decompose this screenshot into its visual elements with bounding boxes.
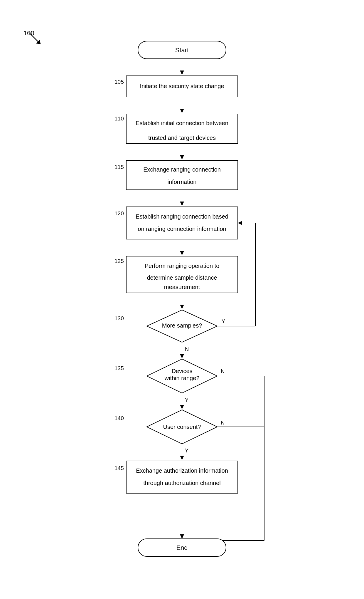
step125-number: 125 xyxy=(114,258,124,264)
svg-marker-37 xyxy=(180,534,184,539)
svg-rect-11 xyxy=(126,160,238,190)
step135-yes-label: Y xyxy=(185,397,188,403)
svg-marker-31 xyxy=(180,405,184,409)
diagram-container: 100 Start 105 Initiate the security stat… xyxy=(0,0,364,599)
step120-number: 120 xyxy=(114,210,124,217)
step120-label-2: on ranging connection information xyxy=(138,226,226,232)
step115-label-1: Exchange ranging connection xyxy=(143,166,221,173)
step130-number: 130 xyxy=(114,315,124,321)
step120-label-1: Establish ranging connection based xyxy=(136,213,228,220)
start-label: Start xyxy=(175,46,189,54)
svg-marker-7 xyxy=(180,109,184,113)
step135-no-label: N xyxy=(221,368,225,374)
step135-number: 135 xyxy=(114,365,124,371)
step105-number: 105 xyxy=(114,79,124,85)
step130-label: More samples? xyxy=(162,322,202,329)
svg-marker-10 xyxy=(180,155,184,160)
step140-label: User consent? xyxy=(163,424,201,430)
end-label: End xyxy=(176,544,188,551)
step105-label: Initiate the security state change xyxy=(140,83,224,89)
step125-label-2: determine sample distance xyxy=(147,274,217,281)
step115-label-2: information xyxy=(168,179,197,185)
step110-label-2: trusted and target devices xyxy=(148,135,216,141)
step140-number: 140 xyxy=(114,415,124,421)
step125-label-3: measurement xyxy=(164,284,200,290)
step115-number: 115 xyxy=(114,164,124,170)
svg-marker-16 xyxy=(180,251,184,255)
step135-label-1: Devices xyxy=(171,368,192,374)
step145-number: 145 xyxy=(114,465,124,471)
step140-yes-label: Y xyxy=(185,448,188,454)
step130-no-label: N xyxy=(185,346,189,352)
step145-label-2: through authorization channel xyxy=(143,480,221,486)
svg-marker-34 xyxy=(180,456,184,460)
svg-marker-23 xyxy=(238,221,242,225)
svg-rect-14 xyxy=(126,207,238,239)
svg-marker-13 xyxy=(180,202,184,206)
svg-marker-19 xyxy=(180,305,184,309)
step145-label-1: Exchange authorization information xyxy=(136,467,228,474)
flowchart-svg: Start 105 Initiate the security state ch… xyxy=(0,0,364,599)
step140-no-label: N xyxy=(221,420,225,426)
step110-number: 110 xyxy=(114,115,124,122)
step125-label-1: Perform ranging operation to xyxy=(145,263,220,269)
step110-label-1: Establish initial connection between xyxy=(136,120,228,126)
svg-marker-25 xyxy=(180,354,184,358)
step135-label-2: within range? xyxy=(164,375,200,381)
svg-marker-4 xyxy=(180,71,184,75)
svg-rect-35 xyxy=(126,461,238,493)
step130-yes-label: Y xyxy=(222,318,225,324)
